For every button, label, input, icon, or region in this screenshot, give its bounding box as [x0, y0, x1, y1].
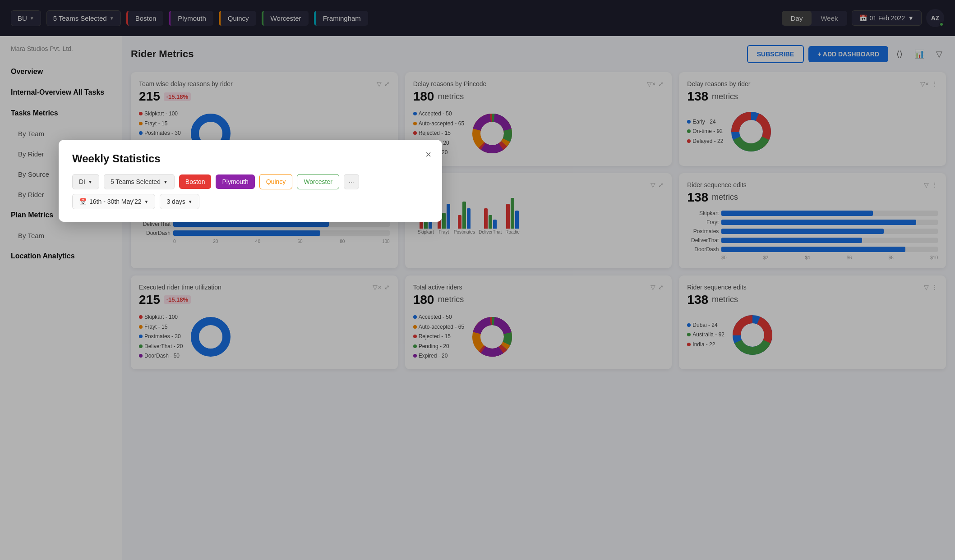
- modal-teams-label: 5 Teams Selected: [111, 178, 161, 185]
- modal-di-dropdown[interactable]: DI ▼: [72, 174, 99, 189]
- modal-tag-quincy[interactable]: Quincy: [259, 174, 293, 189]
- modal-days-label: 3 days: [166, 198, 185, 205]
- modal-more-tags-icon[interactable]: ···: [344, 174, 359, 189]
- modal-filters: DI ▼ 5 Teams Selected ▼ Boston Plymouth …: [72, 174, 429, 209]
- modal-backdrop[interactable]: [0, 0, 955, 560]
- modal-teams-dropdown[interactable]: 5 Teams Selected ▼: [104, 174, 175, 189]
- modal-close-button[interactable]: ×: [425, 149, 431, 161]
- modal-date-arrow-icon: ▼: [144, 199, 149, 204]
- modal-date-range-label: 16th - 30th May'22: [89, 198, 142, 205]
- modal-date-range[interactable]: 📅 16th - 30th May'22 ▼: [72, 194, 155, 209]
- modal-di-arrow-icon: ▼: [88, 179, 92, 184]
- weekly-statistics-modal: Weekly Statistics × DI ▼ 5 Teams Selecte…: [59, 140, 442, 222]
- modal-tag-plymouth[interactable]: Plymouth: [216, 174, 254, 189]
- modal-calendar-icon: 📅: [79, 198, 87, 205]
- modal-tag-boston[interactable]: Boston: [179, 174, 212, 189]
- modal-teams-arrow-icon: ▼: [163, 179, 168, 184]
- modal-tag-worcester[interactable]: Worcester: [297, 174, 339, 189]
- modal-title: Weekly Statistics: [72, 152, 429, 165]
- modal-di-label: DI: [79, 178, 85, 185]
- modal-days-dropdown[interactable]: 3 days ▼: [160, 194, 199, 209]
- modal-days-arrow-icon: ▼: [188, 199, 193, 204]
